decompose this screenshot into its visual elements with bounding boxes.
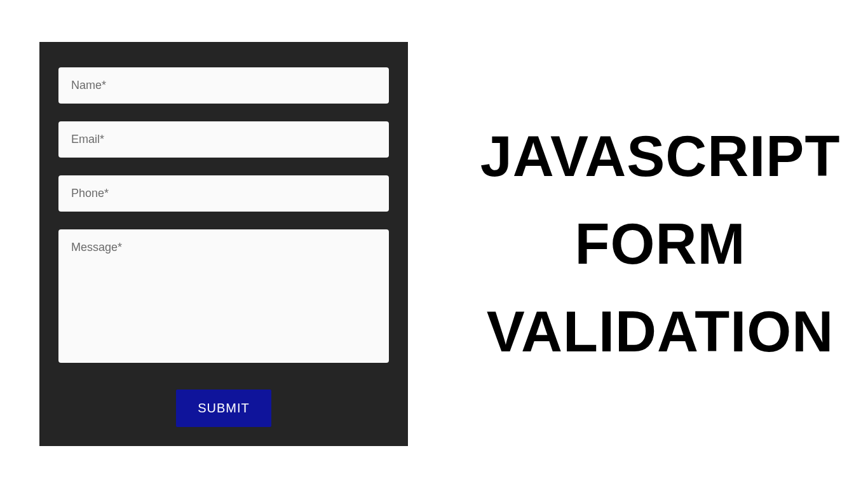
page-container: SUBMIT JAVASCRIPT FORM VALIDATION [0,0,868,488]
button-wrap: SUBMIT [58,390,389,427]
message-field[interactable] [58,229,389,363]
title-line-1: JAVASCRIPT [480,128,841,185]
contact-form: SUBMIT [39,42,408,446]
submit-button[interactable]: SUBMIT [176,390,271,427]
name-field[interactable] [58,67,389,104]
phone-field[interactable] [58,175,389,212]
title-line-2: FORM [575,215,746,273]
title-block: JAVASCRIPT FORM VALIDATION [452,128,868,360]
email-field[interactable] [58,121,389,158]
title-line-3: VALIDATION [487,303,834,360]
